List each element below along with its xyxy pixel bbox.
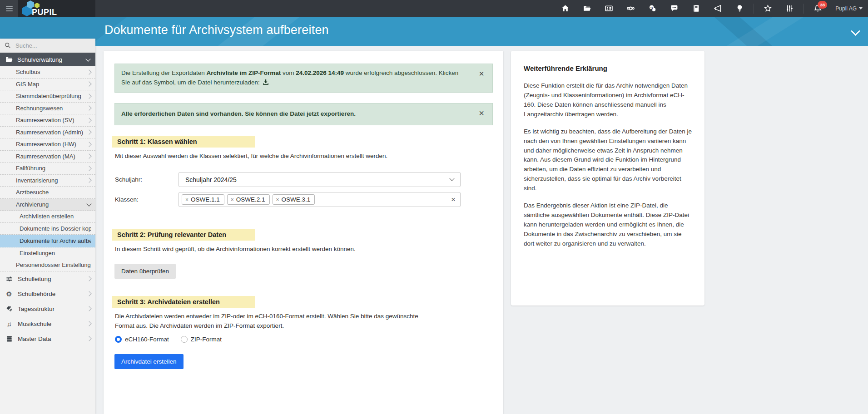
sidebar-item-raumreservation-ma[interactable]: Raumreservation (MA) <box>0 151 95 163</box>
hamburger-icon <box>6 5 13 13</box>
contact-card-icon[interactable] <box>605 4 613 13</box>
topbar-divider <box>754 4 754 14</box>
search-input[interactable] <box>15 42 96 49</box>
folder-open-icon[interactable] <box>583 4 591 13</box>
radio-selected-icon <box>115 336 122 343</box>
chevron-right-icon <box>86 118 91 123</box>
klasse-tag: ×OSWE.3.1 <box>273 194 315 205</box>
account-menu[interactable]: Pupil AG <box>835 5 863 12</box>
sidebar-item-master-data[interactable]: Master Data <box>0 331 95 346</box>
download-icon[interactable] <box>261 79 269 86</box>
remove-tag-icon[interactable]: × <box>231 197 234 202</box>
explanation-paragraph: Das Endergebnis dieser Aktion ist eine Z… <box>524 201 692 249</box>
account-label: Pupil AG <box>835 5 857 12</box>
chevron-right-icon <box>86 154 91 159</box>
step3-heading: Schritt 3: Archivdateien erstellen <box>112 296 255 308</box>
radio-ech160-format[interactable]: eCH160-Format <box>115 336 169 343</box>
sidebar-item-musikschule[interactable]: ♫ Musikschule <box>0 316 95 331</box>
radio-zip-format[interactable]: ZIP-Format <box>181 336 222 343</box>
alert-data-ready: Alle erforderlichen Daten sind vorhanden… <box>114 103 493 125</box>
radio-unselected-icon <box>181 336 188 343</box>
archivdatei-erstellen-button[interactable]: Archivdatei erstellen <box>114 354 184 369</box>
svg-text:S: S <box>650 6 653 10</box>
sidebar-item-dokumente-ins-dossier-kopieren[interactable]: Dokumente ins Dossier kopieren <box>0 223 95 235</box>
remove-tag-icon[interactable]: × <box>185 197 188 202</box>
close-icon[interactable]: × <box>477 108 486 118</box>
sidebar-item-schulbus[interactable]: Schulbus <box>0 66 95 79</box>
tags-icon <box>5 305 13 312</box>
chevron-right-icon <box>86 178 91 183</box>
klasse-tag: ×OSWE.2.1 <box>227 194 270 205</box>
sidebar-item-raumreservation-admin[interactable]: Raumreservation (Admin) <box>0 127 95 139</box>
app-logo[interactable]: PUPIL <box>18 0 95 17</box>
explanation-paragraph: Diese Funktion erstellt die für das Arch… <box>524 81 692 119</box>
database-icon <box>5 335 13 342</box>
sidebar-item-label: Schulverwaltung <box>17 56 82 63</box>
chevron-right-icon <box>86 130 91 135</box>
close-icon[interactable]: × <box>477 69 486 79</box>
klassen-label: Klassen: <box>114 196 179 203</box>
alert-export-success: Die Erstellung der Exportdaten Archivlis… <box>114 64 493 93</box>
sidebar-item-arztbesuche[interactable]: Arztbesuche <box>0 187 95 199</box>
sidebar-item-archivlisten-erstellen[interactable]: Archivlisten erstellen <box>0 211 95 223</box>
chevron-right-icon <box>86 321 91 326</box>
favorites-star-icon[interactable] <box>764 4 772 13</box>
lightbulb-icon[interactable] <box>735 4 744 13</box>
chevron-down-icon[interactable] <box>851 26 860 36</box>
caret-down-icon <box>859 7 863 10</box>
sidebar-item-tagesstruktur[interactable]: Tagesstruktur <box>0 301 95 316</box>
sharepoint-icon[interactable]: S <box>648 4 657 13</box>
schuljahr-select[interactable]: Schuljahr 2024/25 <box>179 172 461 187</box>
search-icon <box>5 42 11 49</box>
page-header: Dokumente für Archivsystem aufbereiten <box>0 17 868 46</box>
chevron-down-icon <box>449 176 454 181</box>
explanation-paragraph: Es ist wichtig zu beachten, dass die Auf… <box>524 127 692 193</box>
sidebar-item-fallfuehrung[interactable]: Fallführung <box>0 163 95 175</box>
brand-text: PUPIL <box>32 8 57 17</box>
clear-selection-icon[interactable]: × <box>451 195 456 204</box>
folder-open-icon <box>5 56 13 63</box>
chevron-right-icon <box>86 69 91 74</box>
page-title: Dokumente für Archivsystem aufbereiten <box>104 23 329 37</box>
chevron-down-icon <box>85 56 90 61</box>
sidebar-item-inventarisierung[interactable]: Inventarisierung <box>0 175 95 187</box>
sidebar-item-personendossier-einstellungen[interactable]: Personendossier Einstellungen <box>0 259 95 271</box>
chat-icon[interactable] <box>670 4 679 13</box>
chevron-right-icon <box>86 106 91 111</box>
sidebar-item-raumreservation-hw[interactable]: Raumreservation (HW) <box>0 138 95 151</box>
sidebar-item-schulleitung[interactable]: Schulleitung <box>0 271 95 286</box>
sidebar-item-archivierung[interactable]: Archivierung <box>0 199 95 211</box>
schuljahr-value: Schuljahr 2024/25 <box>185 176 237 183</box>
sidebar-item-stammdatenueberpruefung[interactable]: Stammdatenüberprüfung <box>0 90 95 103</box>
sidebar-item-dokumente-fuer-archiv-aufbereiten[interactable]: Dokumente für Archiv aufbereiten <box>0 235 95 247</box>
schuljahr-label: Schuljahr: <box>114 176 179 183</box>
journal-icon[interactable] <box>692 4 700 13</box>
alert-text: Die Erstellung der Exportdaten Archivlis… <box>121 69 477 88</box>
menu-toggle-button[interactable] <box>0 0 18 17</box>
topbar-divider <box>804 4 804 14</box>
sidebar-item-einstellungen[interactable]: Einstellungen <box>0 247 95 260</box>
step3-description: Die Archivdateien werden entweder im ZIP… <box>115 312 428 330</box>
sidebar-item-schulbehoerde[interactable]: ⚙ Schulbehörde <box>0 286 95 301</box>
notifications-bell-icon[interactable]: 38 <box>813 4 822 13</box>
klasse-tag: ×OSWE.1.1 <box>182 194 224 205</box>
step1-heading: Schritt 1: Klassen wählen <box>112 136 255 148</box>
gear-icon: ⚙ <box>5 290 13 297</box>
sidebar-item-schulverwaltung[interactable]: Schulverwaltung <box>0 53 95 66</box>
chevron-right-icon <box>86 94 91 99</box>
step1-description: Mit dieser Auswahl werden die Klassen se… <box>115 152 428 161</box>
explanation-panel: Weiterführende Erklärung Diese Funktion … <box>511 51 704 306</box>
sidebar-item-rechnungswesen[interactable]: Rechnungswesen <box>0 103 95 115</box>
sliders-icon[interactable] <box>785 4 794 13</box>
chevron-right-icon <box>86 82 91 87</box>
daten-ueberpruefen-button[interactable]: Daten überprüfen <box>114 264 176 279</box>
nextcloud-icon[interactable] <box>626 4 635 13</box>
main-content: Die Erstellung der Exportdaten Archivlis… <box>104 51 503 414</box>
klassen-multiselect[interactable]: ×OSWE.1.1 ×OSWE.2.1 ×OSWE.3.1 × <box>179 192 461 207</box>
remove-tag-icon[interactable]: × <box>276 197 279 202</box>
home-icon[interactable] <box>561 4 570 13</box>
megaphone-icon[interactable] <box>714 4 722 13</box>
notification-badge: 38 <box>818 1 827 9</box>
sidebar-item-gis-map[interactable]: GIS Map <box>0 79 95 91</box>
sidebar-item-raumreservation-sv[interactable]: Raumreservation (SV) <box>0 114 95 127</box>
